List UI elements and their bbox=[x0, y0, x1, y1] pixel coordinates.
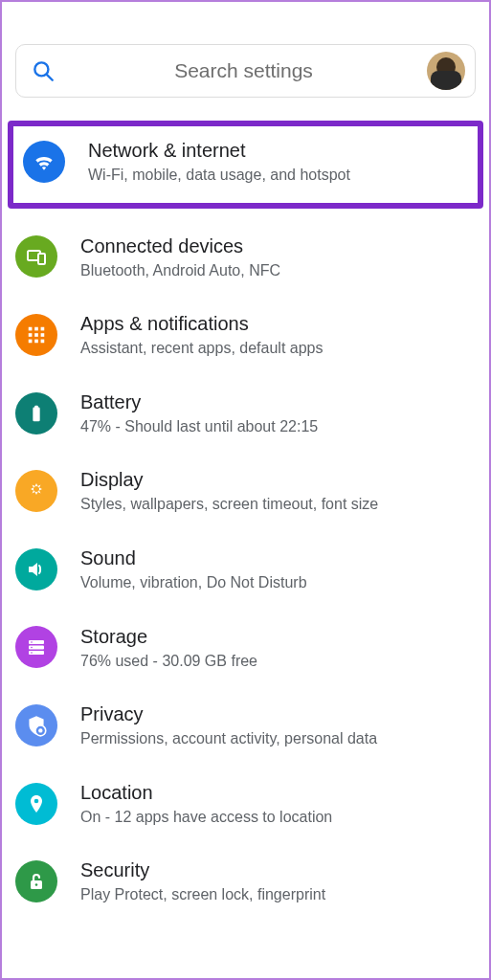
svg-point-21 bbox=[31, 653, 33, 655]
settings-item-subtitle: Wi-Fi, mobile, data usage, and hotspot bbox=[88, 165, 350, 186]
settings-item-subtitle: On - 12 apps have access to location bbox=[80, 807, 332, 828]
settings-item-title: Network & internet bbox=[88, 138, 350, 163]
svg-rect-5 bbox=[34, 327, 38, 331]
svg-point-19 bbox=[31, 642, 33, 644]
settings-item-subtitle: Styles, wallpapers, screen timeout, font… bbox=[80, 494, 378, 515]
search-placeholder: Search settings bbox=[60, 59, 427, 82]
settings-item-subtitle: Permissions, account activity, personal … bbox=[80, 728, 377, 749]
settings-item-network[interactable]: Network & internet Wi-Fi, mobile, data u… bbox=[17, 134, 474, 189]
settings-item-text: Battery 47% - Should last until about 22… bbox=[80, 390, 318, 437]
settings-item-subtitle: Play Protect, screen lock, fingerprint bbox=[80, 884, 325, 905]
settings-item-storage[interactable]: Storage 76% used - 30.09 GB free bbox=[2, 609, 489, 687]
settings-item-text: Storage 76% used - 30.09 GB free bbox=[80, 624, 257, 672]
settings-item-subtitle: 47% - Should last until about 22:15 bbox=[80, 416, 318, 437]
settings-item-title: Sound bbox=[80, 546, 307, 570]
location-icon bbox=[15, 783, 57, 825]
settings-item-title: Connected devices bbox=[80, 234, 280, 258]
apps-icon bbox=[15, 314, 57, 356]
brightness-icon bbox=[15, 470, 57, 512]
svg-point-20 bbox=[31, 647, 33, 649]
settings-item-security[interactable]: Security Play Protect, screen lock, fing… bbox=[2, 842, 489, 921]
settings-item-connected[interactable]: Connected devices Bluetooth, Android Aut… bbox=[2, 218, 489, 297]
settings-item-subtitle: Assistant, recent apps, default apps bbox=[80, 338, 323, 359]
lock-open-icon bbox=[15, 860, 57, 902]
settings-item-display[interactable]: Display Styles, wallpapers, screen timeo… bbox=[2, 452, 489, 530]
svg-rect-13 bbox=[33, 407, 39, 421]
settings-item-text: Apps & notifications Assistant, recent a… bbox=[80, 311, 323, 359]
svg-point-26 bbox=[35, 883, 38, 886]
settings-item-privacy[interactable]: Privacy Permissions, account activity, p… bbox=[2, 686, 489, 765]
privacy-icon bbox=[15, 704, 57, 746]
svg-line-1 bbox=[47, 75, 53, 80]
settings-item-text: Privacy Permissions, account activity, p… bbox=[80, 702, 377, 749]
settings-item-title: Privacy bbox=[80, 702, 377, 726]
wifi-icon bbox=[23, 141, 65, 183]
storage-icon bbox=[15, 626, 57, 668]
highlight-box: Network & internet Wi-Fi, mobile, data u… bbox=[8, 121, 483, 209]
settings-item-apps[interactable]: Apps & notifications Assistant, recent a… bbox=[2, 296, 489, 374]
svg-rect-6 bbox=[41, 327, 45, 331]
settings-item-text: Sound Volume, vibration, Do Not Disturb bbox=[80, 546, 307, 593]
search-icon bbox=[26, 58, 60, 83]
settings-item-subtitle: 76% used - 30.09 GB free bbox=[80, 651, 257, 672]
devices-icon bbox=[15, 235, 57, 278]
settings-item-title: Apps & notifications bbox=[80, 311, 323, 336]
settings-item-location[interactable]: Location On - 12 apps have access to loc… bbox=[2, 765, 489, 843]
settings-item-title: Location bbox=[80, 780, 332, 805]
settings-item-text: Network & internet Wi-Fi, mobile, data u… bbox=[88, 138, 350, 186]
settings-item-text: Display Styles, wallpapers, screen timeo… bbox=[80, 467, 378, 515]
settings-item-sound[interactable]: Sound Volume, vibration, Do Not Disturb bbox=[2, 530, 489, 609]
profile-avatar[interactable] bbox=[427, 52, 465, 90]
battery-icon bbox=[15, 392, 57, 434]
settings-item-battery[interactable]: Battery 47% - Should last until about 22… bbox=[2, 374, 489, 453]
svg-rect-7 bbox=[29, 333, 33, 337]
svg-point-15 bbox=[33, 486, 39, 492]
svg-point-23 bbox=[38, 728, 42, 732]
settings-item-text: Connected devices Bluetooth, Android Aut… bbox=[80, 234, 280, 281]
svg-rect-11 bbox=[34, 340, 38, 344]
svg-rect-14 bbox=[34, 405, 38, 408]
svg-rect-9 bbox=[41, 333, 45, 337]
volume-icon bbox=[15, 548, 57, 590]
settings-item-text: Location On - 12 apps have access to loc… bbox=[80, 780, 332, 828]
settings-item-title: Security bbox=[80, 858, 325, 882]
settings-item-title: Storage bbox=[80, 624, 257, 649]
search-bar[interactable]: Search settings bbox=[15, 44, 476, 98]
svg-rect-10 bbox=[29, 340, 33, 344]
svg-rect-3 bbox=[38, 254, 45, 264]
svg-point-24 bbox=[34, 798, 39, 803]
svg-rect-12 bbox=[41, 340, 45, 344]
svg-rect-8 bbox=[34, 333, 38, 337]
settings-item-subtitle: Bluetooth, Android Auto, NFC bbox=[80, 260, 280, 281]
svg-rect-4 bbox=[29, 327, 33, 331]
settings-item-subtitle: Volume, vibration, Do Not Disturb bbox=[80, 572, 307, 593]
settings-item-text: Security Play Protect, screen lock, fing… bbox=[80, 858, 325, 905]
settings-item-title: Battery bbox=[80, 390, 318, 414]
settings-item-title: Display bbox=[80, 467, 378, 492]
